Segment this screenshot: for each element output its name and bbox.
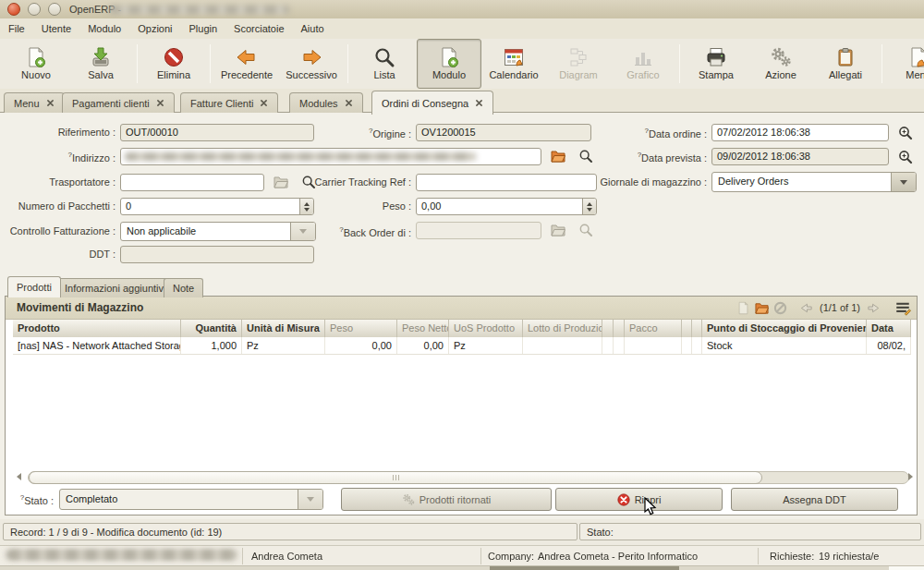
table-row[interactable]: [nas] NAS - Network Attached Storage 1,0… [13,337,911,355]
window-close-button[interactable] [7,3,20,16]
switch-view-icon[interactable] [894,299,911,316]
window-maximize-button[interactable] [48,3,61,16]
open-line-icon[interactable] [755,301,769,315]
calendar-view-button[interactable]: Calendario [481,39,546,89]
dropdown-arrow-button[interactable] [891,173,916,191]
numero-pacchetti-field[interactable]: 0 [120,198,314,215]
diagram-view-button: Diagram [546,39,611,89]
tab-pagamenti-clienti[interactable]: Pagamenti clienti [62,92,175,113]
list-view-button-label: Lista [373,69,395,80]
column-header[interactable]: Unità di Misura [242,320,325,337]
column-header[interactable]: Prodotto [13,320,181,337]
ddt-field[interactable] [120,246,314,263]
chevron-down-icon [307,497,314,502]
horizontal-scrollbar[interactable] [7,469,915,484]
column-header[interactable] [602,320,614,337]
riferimento-field[interactable]: OUT/00010 [120,124,314,141]
data-ordine-calendar-picker-button[interactable] [896,125,915,141]
delete-line-icon[interactable] [773,301,787,315]
list-view-button[interactable]: Lista [352,39,417,89]
tab-close-icon[interactable] [475,99,483,107]
openerp-window: OpenERP - File Utente Modulo Opzioni Plu… [0,0,924,570]
column-header[interactable]: Peso [325,320,397,337]
scroll-left-icon[interactable] [17,473,21,480]
graph-icon [632,46,654,68]
data-prevista-field[interactable]: 09/02/2012 18:06:38 [711,148,889,165]
column-header[interactable]: Peso Netto [397,320,449,337]
menu-shortcut-button[interactable]: Menu [886,39,924,89]
menu-file[interactable]: File [0,20,33,37]
column-header[interactable]: Pacco [625,320,682,337]
column-header[interactable]: Lotto di Produzione [523,320,602,337]
print-button[interactable]: Stampa [684,39,748,89]
pager-previous-icon[interactable] [799,301,813,315]
separator [480,548,481,564]
spin-down-icon [587,208,592,212]
peso-field[interactable]: 0,00 [416,198,597,215]
menu-opzioni[interactable]: Opzioni [129,20,180,37]
dropdown-arrow-button[interactable] [298,490,322,509]
save-button[interactable]: Salva [68,39,133,89]
trasportatore-field[interactable] [120,174,264,191]
column-header[interactable] [614,320,625,337]
status-bar: Record: 1 / 9 di 9 - Modifica documento … [0,519,924,545]
column-header[interactable]: Quantità [181,320,242,337]
graph-view-button-label: Grafico [626,69,659,80]
menu-utente[interactable]: Utente [33,20,79,37]
spinner-buttons[interactable] [582,199,596,214]
trasportatore-open-button[interactable] [272,174,290,190]
column-header[interactable] [692,320,702,337]
riapri-button[interactable]: Riapri [555,488,723,511]
column-header[interactable]: Data [867,320,911,337]
tab-menu[interactable]: Menu [4,92,65,113]
form-view-button[interactable]: Modulo [417,39,481,89]
tab-close-icon[interactable] [260,99,268,107]
toolbar-separator [137,44,138,83]
tab-fatture-clienti[interactable]: Fatture Clienti [180,92,278,113]
back-order-field[interactable] [416,222,541,239]
window-minimize-button[interactable] [28,3,41,16]
back-order-open-button[interactable] [549,222,567,238]
menu-bar: File Utente Modulo Opzioni Plugin Scorci… [0,18,924,40]
previous-button[interactable]: Precedente [214,39,279,89]
scroll-right-icon[interactable] [908,473,913,480]
logged-user: Andrea Cometa [251,551,322,562]
new-button[interactable]: Nuovo [4,39,68,89]
controllo-fatturazione-value: Non applicabile [127,225,196,236]
menu-modulo[interactable]: Modulo [79,20,129,37]
prodotti-ritornati-button[interactable]: Prodotti ritornati [341,488,552,511]
stato-combo[interactable]: Completato [59,489,323,510]
new-line-icon[interactable] [736,301,750,315]
menu-plugin[interactable]: Plugin [181,20,226,37]
giornale-combo[interactable]: Delivery Orders [711,172,917,192]
subtab-prodotti[interactable]: Prodotti [7,276,61,297]
column-header[interactable]: UoS Prodotto [449,320,523,337]
tab-modules[interactable]: Modules [289,92,363,113]
pager-next-icon[interactable] [867,301,881,315]
company-label: Company: [488,551,534,562]
gears-icon [402,493,415,506]
next-button[interactable]: Successivo [279,39,344,89]
controllo-fatturazione-combo[interactable]: Non applicabile [120,222,316,241]
toolbar-separator [347,44,348,83]
tab-close-icon[interactable] [46,99,55,107]
attachments-button[interactable]: Allegati [813,39,878,89]
subtab-note[interactable]: Note [164,278,203,297]
subtab-informazioni-aggiuntive[interactable]: Informazioni aggiuntive [55,278,178,297]
data-ordine-field[interactable]: 07/02/2012 18:06:38 [711,124,889,141]
menu-scorciatoie[interactable]: Scorciatoie [225,20,292,37]
column-header[interactable]: Punto di Stoccaggio di Provenienza [702,320,867,337]
action-button[interactable]: Azione [748,39,813,89]
tab-ordini-di-consegna[interactable]: Ordini di Consegna [371,91,493,115]
column-header[interactable] [682,320,692,337]
indirizzo-field[interactable] [120,148,541,165]
delete-button[interactable]: Elimina [141,39,206,89]
data-prevista-calendar-picker-button[interactable] [896,149,915,165]
assegna-ddt-button[interactable]: Assegna DDT [731,488,898,511]
tab-close-icon[interactable] [345,99,353,107]
menu-aiuto[interactable]: Aiuto [293,20,333,37]
tab-close-icon[interactable] [156,99,164,107]
back-order-search-button[interactable] [577,222,595,238]
menu-shortcut-icon [907,46,924,68]
scrollbar-thumb[interactable] [29,471,762,484]
